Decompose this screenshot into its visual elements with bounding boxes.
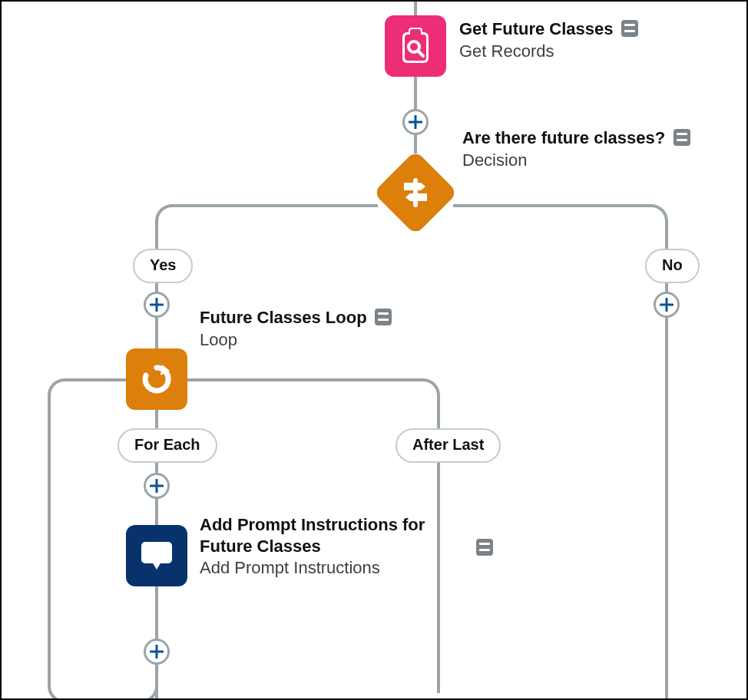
description-icon[interactable] xyxy=(621,20,638,37)
node-title: Are there future classes? xyxy=(462,128,665,147)
node-subtitle: Loop xyxy=(200,330,392,350)
connector-corner xyxy=(48,669,81,700)
node-subtitle: Get Records xyxy=(459,41,638,61)
add-element-button[interactable] xyxy=(144,292,170,318)
connector-corner xyxy=(155,204,189,238)
connector xyxy=(186,204,378,207)
loop-node[interactable] xyxy=(126,348,187,410)
decision-label: Are there future classes? Decision xyxy=(462,127,690,170)
connector-corner xyxy=(406,378,440,412)
connector xyxy=(186,378,409,381)
connector-corner xyxy=(48,378,81,412)
add-element-button[interactable] xyxy=(144,473,170,499)
node-title: Add Prompt Instructions for Future Class… xyxy=(200,515,425,556)
decision-node[interactable] xyxy=(373,150,458,235)
branch-label-yes[interactable]: Yes xyxy=(133,249,193,283)
svg-rect-3 xyxy=(410,29,421,36)
description-icon[interactable] xyxy=(674,129,690,146)
chat-bubble-icon xyxy=(138,539,175,573)
branch-label-after-last[interactable]: After Last xyxy=(396,428,501,463)
get-records-label: Get Future Classes Get Records xyxy=(459,18,638,61)
branch-label-for-each[interactable]: For Each xyxy=(117,428,217,463)
connector xyxy=(414,2,417,17)
svg-rect-6 xyxy=(413,178,418,207)
flow-canvas[interactable]: Get Future Classes Get Records Are there… xyxy=(2,2,746,698)
connector xyxy=(48,409,51,678)
connector-corner xyxy=(634,204,668,238)
decision-signpost-icon xyxy=(399,177,432,209)
loop-label: Future Classes Loop Loop xyxy=(200,307,392,350)
connector-corner xyxy=(124,669,158,700)
add-element-button[interactable] xyxy=(402,109,429,135)
prompt-instructions-label: Add Prompt Instructions for Future Class… xyxy=(200,514,461,578)
description-icon[interactable] xyxy=(476,539,493,556)
loop-refresh-icon xyxy=(139,362,174,397)
prompt-instructions-node[interactable] xyxy=(126,525,187,586)
connector xyxy=(453,204,637,207)
add-element-button[interactable] xyxy=(144,639,170,665)
node-subtitle: Decision xyxy=(462,150,690,170)
add-element-button[interactable] xyxy=(654,292,680,318)
description-icon[interactable] xyxy=(375,309,392,325)
node-title: Future Classes Loop xyxy=(200,308,367,327)
clipboard-search-icon xyxy=(399,28,432,64)
svg-rect-7 xyxy=(141,542,172,563)
node-subtitle: Add Prompt Instructions xyxy=(200,558,461,578)
branch-label-no[interactable]: No xyxy=(645,249,700,283)
node-title: Get Future Classes xyxy=(459,19,614,38)
connector xyxy=(155,485,158,700)
get-records-node[interactable] xyxy=(385,15,446,77)
connector xyxy=(78,378,129,381)
